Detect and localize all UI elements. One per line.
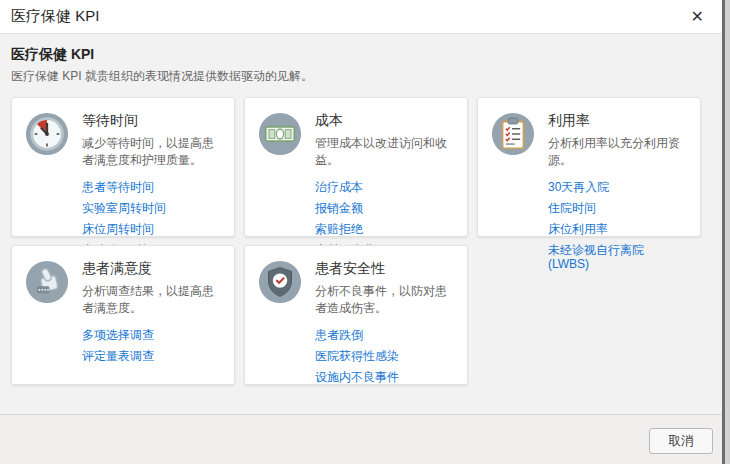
- link-length-of-stay[interactable]: 住院时间: [548, 202, 688, 215]
- card-utilization: 利用率 分析利用率以充分利用资源。 30天再入院 住院时间 床位利用率 未经诊视…: [477, 97, 701, 237]
- link-hospital-acquired-infections[interactable]: 医院获得性感染: [315, 350, 455, 363]
- link-patient-wait-time[interactable]: 患者等待时间: [82, 181, 222, 194]
- card-body: 利用率 分析利用率以充分利用资源。 30天再入院 住院时间 床位利用率 未经诊视…: [548, 111, 688, 279]
- link-reimbursement-amount[interactable]: 报销金额: [315, 202, 455, 215]
- page-title: 医疗保健 KPI: [11, 46, 711, 64]
- shield-check-icon: [257, 259, 303, 305]
- page-subtitle: 医疗保健 KPI 就贵组织的表现情况提供数据驱动的见解。: [11, 68, 711, 85]
- card-body: 等待时间 减少等待时间，以提高患者满意度和护理质量。 患者等待时间 实验室周转时…: [82, 111, 222, 266]
- card-links: 30天再入院 住院时间 床位利用率 未经诊视自行离院 (LWBS): [548, 181, 688, 279]
- right-gutter: [725, 0, 730, 464]
- dialog-titlebar: 医疗保健 KPI ✕: [0, 0, 722, 34]
- card-description: 分析利用率以充分利用资源。: [548, 135, 688, 170]
- kpi-card-grid: 等待时间 减少等待时间，以提高患者满意度和护理质量。 患者等待时间 实验室周转时…: [11, 97, 711, 385]
- card-description: 管理成本以改进访问和收益。: [315, 135, 455, 170]
- money-icon: [257, 111, 303, 157]
- card-links: 患者跌倒 医院获得性感染 设施内不良事件: [315, 329, 455, 393]
- card-wait-times: 等待时间 减少等待时间，以提高患者满意度和护理质量。 患者等待时间 实验室周转时…: [11, 97, 235, 237]
- dialog-title: 医疗保健 KPI: [11, 7, 99, 26]
- dialog-content: 医疗保健 KPI 医疗保健 KPI 就贵组织的表现情况提供数据驱动的见解。 等: [0, 34, 722, 385]
- card-body: 患者满意度 分析调查结果，以提高患者满意度。 多项选择调查 评定量表调查: [82, 259, 222, 371]
- link-cost-of-care[interactable]: 治疗成本: [315, 181, 455, 194]
- close-icon[interactable]: ✕: [687, 7, 708, 27]
- card-body: 成本 管理成本以改进访问和收益。 治疗成本 报销金额 索赔拒绝 未付医疗费用: [315, 111, 455, 266]
- card-title: 等待时间: [82, 112, 222, 130]
- clipboard-checklist-icon: [490, 111, 536, 157]
- card-body: 患者安全性 分析不良事件，以防对患者造成伤害。 患者跌倒 医院获得性感染 设施内…: [315, 259, 455, 392]
- link-patient-falls[interactable]: 患者跌倒: [315, 329, 455, 342]
- card-links: 多项选择调查 评定量表调查: [82, 329, 222, 371]
- card-description: 减少等待时间，以提高患者满意度和护理质量。: [82, 135, 222, 170]
- card-costs: 成本 管理成本以改进访问和收益。 治疗成本 报销金额 索赔拒绝 未付医疗费用: [244, 97, 468, 237]
- link-lwbs[interactable]: 未经诊视自行离院 (LWBS): [548, 244, 688, 270]
- card-description: 分析调查结果，以提高患者满意度。: [82, 283, 222, 318]
- card-title: 患者满意度: [82, 260, 222, 278]
- link-multiple-choice-survey[interactable]: 多项选择调查: [82, 329, 222, 342]
- cancel-button[interactable]: 取消: [649, 428, 713, 454]
- link-lab-turnaround-time[interactable]: 实验室周转时间: [82, 202, 222, 215]
- link-30-day-readmission[interactable]: 30天再入院: [548, 181, 688, 194]
- card-title: 成本: [315, 112, 455, 130]
- card-title: 利用率: [548, 112, 688, 130]
- dialog-footer: 取消: [0, 414, 722, 464]
- link-bed-turnaround-time[interactable]: 床位周转时间: [82, 223, 222, 236]
- link-in-facility-adverse-events[interactable]: 设施内不良事件: [315, 371, 455, 384]
- card-patient-satisfaction: 患者满意度 分析调查结果，以提高患者满意度。 多项选择调查 评定量表调查: [11, 245, 235, 385]
- link-rating-scale-survey[interactable]: 评定量表调查: [82, 350, 222, 363]
- healthcare-kpi-dialog: 医疗保健 KPI ✕ 医疗保健 KPI 医疗保健 KPI 就贵组织的表现情况提供…: [0, 0, 722, 464]
- thumbs-up-icon: [24, 259, 70, 305]
- link-claim-denials[interactable]: 索赔拒绝: [315, 223, 455, 236]
- link-bed-utilization[interactable]: 床位利用率: [548, 223, 688, 236]
- card-patient-safety: 患者安全性 分析不良事件，以防对患者造成伤害。 患者跌倒 医院获得性感染 设施内…: [244, 245, 468, 385]
- card-title: 患者安全性: [315, 260, 455, 278]
- card-description: 分析不良事件，以防对患者造成伤害。: [315, 283, 455, 318]
- timer-icon: [24, 111, 70, 157]
